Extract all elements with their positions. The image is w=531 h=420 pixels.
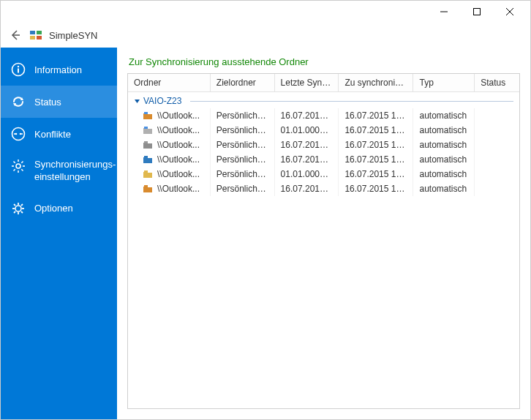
cell-letzte: 01.01.0001 0... bbox=[274, 167, 339, 181]
svg-line-31 bbox=[14, 204, 15, 206]
svg-rect-39 bbox=[144, 170, 148, 173]
cell-ordner: \\Outlook... bbox=[157, 154, 200, 165]
svg-line-23 bbox=[21, 169, 23, 170]
group-label: VAIO-Z23 bbox=[143, 96, 181, 106]
app-header: SimpleSYN bbox=[1, 23, 530, 48]
table-row[interactable]: \\Outlook...Persönliche...01.01.0001 0..… bbox=[128, 167, 519, 181]
col-typ[interactable]: Typ bbox=[413, 74, 475, 92]
sidebar-item-label: Konflikte bbox=[34, 129, 107, 140]
sync-icon bbox=[11, 94, 26, 109]
sidebar-item-label: Optionen bbox=[34, 203, 107, 214]
col-zu-synchronisieren[interactable]: Zu synchronisi... bbox=[339, 74, 413, 92]
cell-status bbox=[475, 152, 519, 167]
table-row[interactable]: \\Outlook...Persönliche...16.07.2015 1..… bbox=[128, 181, 519, 196]
cell-zusync: 16.07.2015 11:37 bbox=[339, 138, 413, 152]
svg-line-22 bbox=[14, 162, 15, 163]
sidebar-item-optionen[interactable]: Optionen bbox=[1, 192, 117, 225]
svg-line-33 bbox=[21, 204, 23, 206]
content-pane: Zur Synchronisierung ausstehende Ordner … bbox=[117, 48, 530, 419]
cell-status bbox=[475, 181, 519, 196]
options-icon bbox=[11, 201, 26, 216]
sidebar-item-label: Information bbox=[34, 64, 107, 75]
svg-point-26 bbox=[15, 206, 21, 211]
svg-line-32 bbox=[21, 211, 23, 213]
cell-ordner: \\Outlook... bbox=[157, 110, 200, 121]
cell-typ: automatisch bbox=[413, 138, 475, 152]
cell-zielordner: Persönliche... bbox=[210, 108, 274, 123]
cell-typ: automatisch bbox=[413, 123, 475, 138]
cell-zusync: 16.07.2015 11:37 bbox=[339, 123, 413, 138]
table-row[interactable]: \\Outlook...Persönliche...16.07.2015 1..… bbox=[128, 138, 519, 152]
sidebar-item-label: Synchronisierungs- einstellungen bbox=[34, 159, 116, 184]
conflicts-icon bbox=[11, 127, 26, 141]
svg-point-17 bbox=[16, 164, 20, 168]
cell-zielordner: Persönliche... bbox=[210, 123, 274, 138]
cell-zielordner: Persönliche... bbox=[210, 167, 274, 181]
col-status[interactable]: Status bbox=[475, 74, 519, 92]
svg-line-24 bbox=[21, 162, 23, 163]
sidebar-item-konflikte[interactable]: Konflikte bbox=[1, 118, 117, 150]
cell-typ: automatisch bbox=[413, 181, 475, 196]
cell-ordner: \\Outlook... bbox=[157, 169, 200, 179]
sidebar-item-information[interactable]: Information bbox=[1, 53, 117, 86]
cell-letzte: 16.07.2015 1... bbox=[274, 181, 339, 196]
svg-rect-36 bbox=[144, 127, 148, 129]
cell-zielordner: Persönliche... bbox=[210, 152, 274, 167]
table-header-row: Ordner Zielordner Letzte Synch... Zu syn… bbox=[128, 74, 519, 92]
cell-zusync: 16.07.2015 11:37 bbox=[339, 152, 413, 167]
back-button[interactable] bbox=[8, 28, 23, 42]
cell-status bbox=[475, 108, 519, 123]
col-ordner[interactable]: Ordner bbox=[128, 74, 210, 92]
col-letzte-sync[interactable]: Letzte Synch... bbox=[274, 74, 339, 92]
cell-typ: automatisch bbox=[413, 167, 475, 181]
cell-status bbox=[475, 167, 519, 181]
folder-icon bbox=[143, 184, 153, 194]
table-row[interactable]: \\Outlook...Persönliche...16.07.2015 1..… bbox=[128, 108, 519, 123]
svg-rect-35 bbox=[144, 112, 148, 114]
app-title: SimpleSYN bbox=[49, 30, 97, 41]
cell-zielordner: Persönliche... bbox=[210, 181, 274, 196]
cell-letzte: 16.07.2015 1... bbox=[274, 138, 339, 152]
cell-status bbox=[475, 138, 519, 152]
cell-typ: automatisch bbox=[413, 108, 475, 123]
svg-rect-7 bbox=[30, 36, 35, 40]
info-icon bbox=[11, 62, 26, 77]
table-group-row[interactable]: VAIO-Z23 bbox=[128, 92, 519, 109]
cell-letzte: 01.01.0001 0... bbox=[274, 123, 339, 138]
window-titlebar bbox=[1, 1, 530, 23]
sync-table: Ordner Zielordner Letzte Synch... Zu syn… bbox=[128, 74, 519, 196]
collapse-icon bbox=[134, 98, 140, 105]
cell-zusync: 16.07.2015 11:37 bbox=[339, 108, 413, 123]
close-button[interactable] bbox=[493, 1, 526, 22]
cell-zusync: 16.07.2015 11:37 bbox=[339, 167, 413, 181]
folder-icon bbox=[143, 125, 153, 135]
folder-icon bbox=[143, 169, 153, 179]
table-row[interactable]: \\Outlook...Persönliche...01.01.0001 0..… bbox=[128, 123, 519, 138]
minimize-button[interactable] bbox=[427, 1, 460, 22]
svg-rect-8 bbox=[37, 36, 42, 40]
table-row[interactable]: \\Outlook...Persönliche...16.07.2015 1..… bbox=[128, 152, 519, 167]
cell-ordner: \\Outlook... bbox=[157, 140, 200, 150]
col-zielordner[interactable]: Zielordner bbox=[210, 74, 274, 92]
svg-rect-11 bbox=[18, 69, 19, 73]
cell-zielordner: Persönliche... bbox=[210, 138, 274, 152]
svg-rect-38 bbox=[144, 156, 148, 158]
app-icon bbox=[30, 29, 42, 41]
maximize-button[interactable] bbox=[460, 1, 493, 22]
svg-rect-37 bbox=[144, 141, 148, 143]
sidebar-item-sync-settings[interactable]: Synchronisierungs- einstellungen bbox=[1, 150, 117, 192]
cell-zusync: 16.07.2015 11:37 bbox=[339, 181, 413, 196]
sidebar-item-status[interactable]: Status bbox=[1, 86, 117, 118]
svg-line-25 bbox=[14, 169, 15, 170]
folder-icon bbox=[143, 154, 153, 165]
svg-rect-40 bbox=[144, 185, 148, 187]
content-title: Zur Synchronisierung ausstehende Ordner bbox=[127, 56, 520, 67]
folder-icon bbox=[143, 110, 153, 121]
folder-icon bbox=[143, 140, 153, 150]
svg-rect-5 bbox=[30, 31, 35, 34]
grid-container: Ordner Zielordner Letzte Synch... Zu syn… bbox=[127, 73, 520, 409]
cell-status bbox=[475, 123, 519, 138]
cell-ordner: \\Outlook... bbox=[157, 125, 200, 135]
svg-line-34 bbox=[14, 211, 15, 213]
cell-letzte: 16.07.2015 1... bbox=[274, 108, 339, 123]
